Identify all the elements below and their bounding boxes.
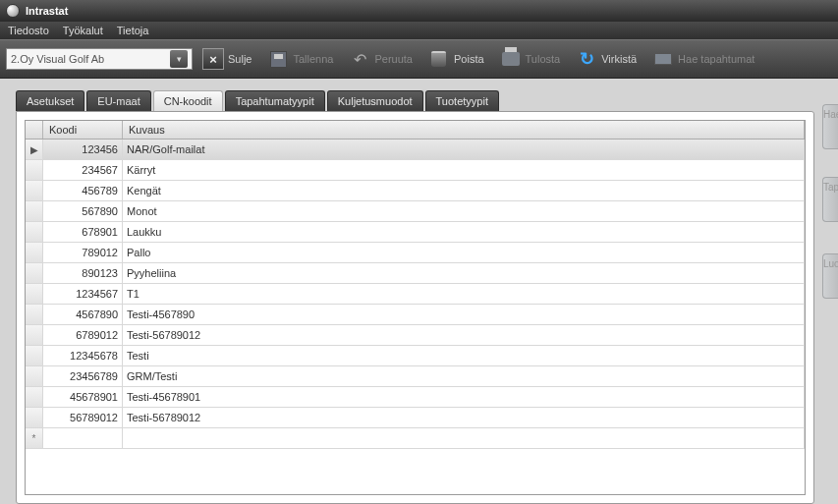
company-select[interactable]: 2.Oy Visual Golf Ab ▾ [6,48,193,70]
cell-desc[interactable]: Kärryt [123,160,805,180]
cell-code[interactable]: 45678901 [43,387,123,407]
chevron-down-icon: ▾ [170,50,188,68]
cell-desc[interactable]: Pallo [123,243,805,262]
cell-desc[interactable] [123,428,805,448]
menu-file[interactable]: Tiedosto [8,25,49,36]
cell-code[interactable]: 456789 [43,181,123,200]
cell-code[interactable]: 123456 [43,140,123,159]
row-indicator [26,222,43,242]
table-row[interactable]: 567890Monot [26,201,805,222]
cancel-button[interactable]: ↶ Peruuta [343,46,419,72]
table-row[interactable]: 23456789GRM/Testi [26,366,805,387]
table-row[interactable]: 4567890Testi-4567890 [26,305,805,325]
cell-desc[interactable]: Testi-4567890 [123,305,805,324]
refresh-button[interactable]: ↻ Virkistä [570,46,642,72]
tab-eu-countries[interactable]: EU-maat [86,90,150,111]
toolbar: 2.Oy Visual Golf Ab ▾ × Sulje Tallenna ↶… [0,39,838,79]
cell-desc[interactable]: Testi [123,346,805,365]
tab-product-types[interactable]: Tuotetyypit [425,90,499,111]
refresh-icon: ↻ [576,48,597,70]
table-row[interactable]: 56789012Testi-56789012 [26,408,805,428]
refresh-label: Virkistä [601,53,637,65]
row-indicator [26,366,43,386]
cell-code[interactable]: 4567890 [43,305,123,324]
cell-code[interactable]: 890123 [43,263,123,283]
cell-code[interactable]: 789012 [43,243,123,262]
grid-body: ▶123456NAR/Golf-mailat234567Kärryt456789… [26,140,805,494]
menu-tools[interactable]: Työkalut [63,25,103,36]
cell-code[interactable]: 6789012 [43,325,123,345]
side-tab-hae[interactable]: Hae [822,104,838,149]
cell-desc[interactable]: Testi-56789012 [123,408,805,427]
cell-desc[interactable]: Testi-45678901 [123,387,805,407]
cell-desc[interactable]: T1 [123,284,805,304]
menu-bar: Tiedosto Työkalut Tietoja [0,22,838,39]
table-row[interactable]: 456789Kengät [26,181,805,201]
save-button[interactable]: Tallenna [261,46,339,72]
cell-desc[interactable]: Laukku [123,222,805,242]
title-bar: Intrastat [0,0,838,22]
close-button[interactable]: × Sulje [196,46,257,72]
cell-desc[interactable]: Kengät [123,181,805,200]
table-row[interactable]: 789012Pallo [26,243,805,263]
table-row[interactable]: 45678901Testi-45678901 [26,387,805,408]
side-tab-tap[interactable]: Tap [822,177,838,222]
cell-code[interactable]: 678901 [43,222,123,242]
tab-settings[interactable]: Asetukset [16,90,84,111]
side-tab-luo[interactable]: Luo [822,253,838,299]
save-label: Tallenna [293,53,333,65]
menu-about[interactable]: Tietoja [117,25,149,36]
row-indicator [26,346,43,365]
cell-code[interactable]: 56789012 [43,408,123,427]
row-indicator [26,284,43,304]
cell-code[interactable]: 23456789 [43,366,123,386]
cell-desc[interactable]: NAR/Golf-mailat [123,140,805,159]
cell-desc[interactable]: GRM/Testi [123,366,805,386]
table-row[interactable]: 6789012Testi-56789012 [26,325,805,346]
tab-panel: Koodi Kuvaus ▶123456NAR/Golf-mailat23456… [16,111,814,504]
row-indicator [26,160,43,180]
tab-cn-codes[interactable]: CN-koodit [153,90,223,111]
tab-transport-modes[interactable]: Kuljetusmuodot [327,90,423,111]
company-select-value: 2.Oy Visual Golf Ab [11,53,104,65]
cancel-label: Peruuta [374,53,413,65]
cell-desc[interactable]: Pyyheliina [123,263,805,283]
print-button[interactable]: Tulosta [494,46,567,72]
trash-icon [428,48,450,70]
side-panels: Hae Tap Luo [822,79,838,504]
row-indicator [26,181,43,200]
grid-header-code[interactable]: Koodi [43,121,123,139]
cell-desc[interactable]: Testi-56789012 [123,325,805,345]
table-row[interactable]: ▶123456NAR/Golf-mailat [26,140,805,160]
print-label: Tulosta [526,53,561,65]
cell-code[interactable]: 567890 [43,201,123,221]
close-icon: × [202,48,224,70]
cell-code[interactable]: 12345678 [43,346,123,365]
table-row[interactable]: 678901Laukku [26,222,805,243]
delete-label: Poista [454,53,484,65]
mail-icon [652,48,674,70]
tab-event-types[interactable]: Tapahtumatyypit [225,90,325,111]
window-title: Intrastat [26,5,68,17]
undo-icon: ↶ [349,48,370,70]
row-indicator [26,325,43,345]
delete-button[interactable]: Poista [422,46,490,72]
row-indicator [26,263,43,283]
print-icon [500,48,522,70]
fetch-label: Hae tapahtumat [678,53,754,65]
new-row[interactable] [26,428,805,449]
data-grid[interactable]: Koodi Kuvaus ▶123456NAR/Golf-mailat23456… [25,120,806,495]
cell-code[interactable]: 234567 [43,160,123,180]
grid-header-desc[interactable]: Kuvaus [123,121,805,139]
table-row[interactable]: 1234567T1 [26,284,805,305]
row-indicator [26,243,43,262]
fetch-events-button[interactable]: Hae tapahtumat [646,46,760,72]
cell-desc[interactable]: Monot [123,201,805,221]
cell-code[interactable]: 1234567 [43,284,123,304]
grid-header-selector[interactable] [26,121,43,139]
cell-code[interactable] [43,428,123,448]
row-indicator [26,387,43,407]
table-row[interactable]: 234567Kärryt [26,160,805,181]
table-row[interactable]: 12345678Testi [26,346,805,366]
table-row[interactable]: 890123Pyyheliina [26,263,805,284]
